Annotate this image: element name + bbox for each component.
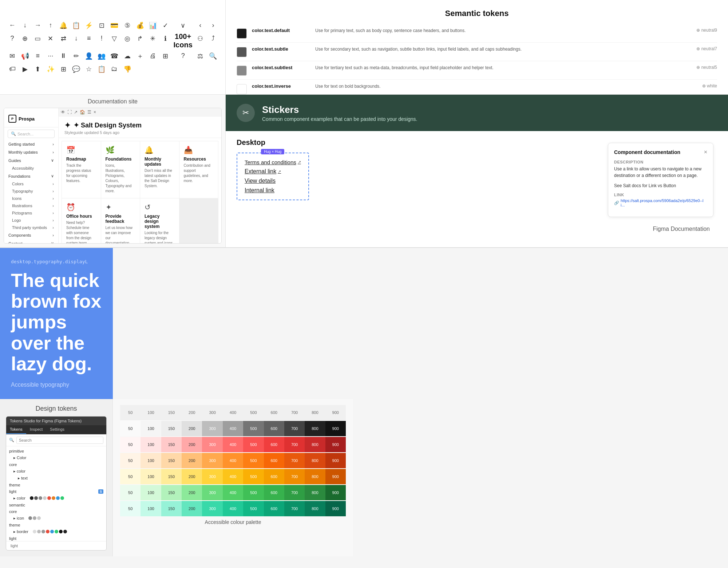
tree-item[interactable]: core: [6, 508, 106, 515]
palette-cell: 200: [182, 469, 202, 484]
palette-cell: 700: [284, 501, 305, 516]
design-tokens-label: Design tokens: [35, 405, 77, 413]
sparkle-icon: ✨: [46, 64, 55, 74]
card-title: Legacy design system: [145, 214, 175, 229]
tree-item[interactable]: ▸ Color: [6, 454, 106, 461]
tree-item-label: theme: [9, 523, 20, 527]
palette-cell: 200: [182, 421, 202, 436]
card-icon: 📅: [66, 146, 96, 154]
description-label: Description: [614, 160, 707, 164]
color-dot: [33, 516, 36, 520]
tree-item[interactable]: light: [6, 535, 106, 541]
color-dot: [60, 496, 64, 500]
tree-item[interactable]: theme: [6, 522, 106, 528]
palette-scale-header: 900: [325, 405, 346, 420]
tree-item-label: semantic: [9, 503, 25, 507]
docs-card[interactable]: 📅 Roadmap Track the progress status for …: [62, 141, 101, 198]
docs-card[interactable]: ⏰ Office hours Need help? Schedule time …: [62, 198, 101, 243]
docs-card[interactable]: ↺ Legacy design system Looking for the l…: [140, 198, 179, 243]
stickers-subtitle: Common component examples that can be pa…: [262, 116, 417, 122]
internal-link[interactable]: Internal link: [245, 187, 301, 194]
external-link[interactable]: External link ↗: [245, 168, 301, 175]
palette-cell: 50: [120, 437, 141, 452]
sidebar-item-logo[interactable]: Logo ›: [4, 217, 58, 224]
color-dot: [63, 530, 67, 533]
sidebar-item-illustrations[interactable]: Illustrations ›: [4, 202, 58, 209]
swap-icon: ⇄: [58, 33, 68, 44]
tree-item[interactable]: lightS: [6, 488, 106, 495]
token-row: color.text.inverse Use for text on bold …: [237, 80, 717, 95]
token-desc: Use for text on bold backgrounds.: [315, 83, 697, 90]
tokens-rows: color.text.default Use for primary text,…: [237, 24, 717, 95]
palette-cell: 400: [223, 453, 243, 468]
palette-cell: 800: [305, 421, 325, 436]
tree-item[interactable]: semantic: [6, 502, 106, 508]
tree-item-label: core: [9, 462, 17, 467]
tree-item-label: light: [9, 536, 16, 541]
tree-item[interactable]: ▸ border: [6, 528, 106, 535]
token-swatch: [237, 66, 247, 76]
sidebar-item-components[interactable]: Components ›: [4, 231, 58, 239]
token-value: ⊕ neutral5: [696, 65, 717, 70]
docs-inner: P Prospa 🔍 Search... Getting started › M…: [4, 108, 222, 244]
phone-icon: ☎: [110, 51, 119, 61]
thumbdown-icon: 👎: [122, 64, 132, 74]
docs-sidebar: P Prospa 🔍 Search... Getting started › M…: [4, 108, 59, 243]
tree-item[interactable]: theme: [6, 482, 106, 488]
sidebar-item-third-party[interactable]: Third party symbols ›: [4, 224, 58, 231]
sidebar-item-guides[interactable]: Guides ∨: [4, 156, 58, 165]
sidebar-item-monthly-updates[interactable]: Monthly updates ›: [4, 148, 58, 156]
tree-item[interactable]: ▸ color: [6, 468, 106, 475]
tree-item-label: primitive: [9, 449, 24, 453]
external-link-icon: ↗: [298, 160, 301, 165]
tokens-tab-tokens[interactable]: Tokens: [6, 425, 26, 434]
palette-cell: 400: [223, 437, 243, 452]
sidebar-item-accessibility[interactable]: Accessibility: [4, 165, 58, 172]
comp-doc-close-button[interactable]: ×: [704, 149, 707, 155]
palette-cell: 300: [202, 421, 222, 436]
sidebar-item-pictograms[interactable]: Pictograms ›: [4, 209, 58, 217]
palette-cell: 400: [223, 421, 243, 436]
tokens-tab-settings[interactable]: Settings: [46, 425, 68, 434]
color-dots: [33, 530, 67, 533]
sidebar-item-typography[interactable]: Typography ›: [4, 188, 58, 195]
palette-cell: 500: [243, 501, 264, 516]
icons-panel: ← ↓ → ↑ 🔔 📋 ⚡ ⊡ 💳 ⑤ 💰 📊 ✓ ∨ ‹ › ? ⊕ ▭ ✕ …: [0, 0, 226, 95]
palette-cell: 600: [264, 501, 284, 516]
tree-item[interactable]: ▸ text: [6, 475, 106, 482]
palette-cell: 50: [120, 469, 141, 484]
check-icon: ✓: [161, 20, 170, 31]
tree-item[interactable]: primitive: [6, 448, 106, 454]
tree-item[interactable]: ▸ color: [6, 495, 106, 502]
docs-card[interactable]: 📥 Resources Contribution and support gui…: [179, 141, 218, 198]
docs-search[interactable]: 🔍 Search...: [8, 130, 55, 138]
docs-card[interactable]: 🔔 Monthly updates Don't miss all the lat…: [140, 141, 179, 198]
tree-item[interactable]: ▸ icon: [6, 515, 106, 522]
tag-icon: 🏷: [7, 64, 17, 74]
comp-doc-link-url[interactable]: 🔗 https://salt.prospa.com/5906ada2e/p/65…: [614, 198, 707, 207]
design-tokens-panel: Design tokens Tokens Studio for Figma (F…: [0, 399, 113, 556]
docs-card[interactable]: 🌿 Foundations Icons, Illustrations, Pict…: [101, 141, 140, 198]
docs-card[interactable]: ✦ Provide feedback Let us know how we ca…: [101, 198, 140, 243]
tokens-tab-inspect[interactable]: Inspect: [26, 425, 46, 434]
color-dot: [34, 496, 38, 500]
dots-icon: ···: [46, 51, 55, 61]
arrow-right-icon: →: [33, 20, 43, 31]
stickers-icon: ✂: [237, 104, 255, 122]
token-row: color.text.subtlest Use for tertiary tex…: [237, 61, 717, 80]
palette-scale-header: 400: [223, 405, 243, 420]
terms-link[interactable]: Terms and conditions ↗: [245, 159, 301, 165]
palette-cell: 150: [161, 437, 182, 452]
sidebar-item-foundations[interactable]: Foundations ∨: [4, 172, 58, 180]
palette-cell: 600: [264, 437, 284, 452]
home-icon: 🏠: [80, 110, 85, 115]
sidebar-item-getting-started[interactable]: Getting started ›: [4, 140, 58, 148]
sidebar-item-icons[interactable]: Icons ›: [4, 195, 58, 202]
eye-icon: 👁: [61, 110, 65, 115]
view-details-link[interactable]: View details: [245, 178, 301, 184]
palette-cell: 900: [325, 469, 346, 484]
sidebar-item-content[interactable]: Content ∨: [4, 239, 58, 244]
tokens-search-input[interactable]: [16, 437, 103, 444]
tree-item[interactable]: core: [6, 461, 106, 468]
sidebar-item-colors[interactable]: Colors ›: [4, 180, 58, 188]
